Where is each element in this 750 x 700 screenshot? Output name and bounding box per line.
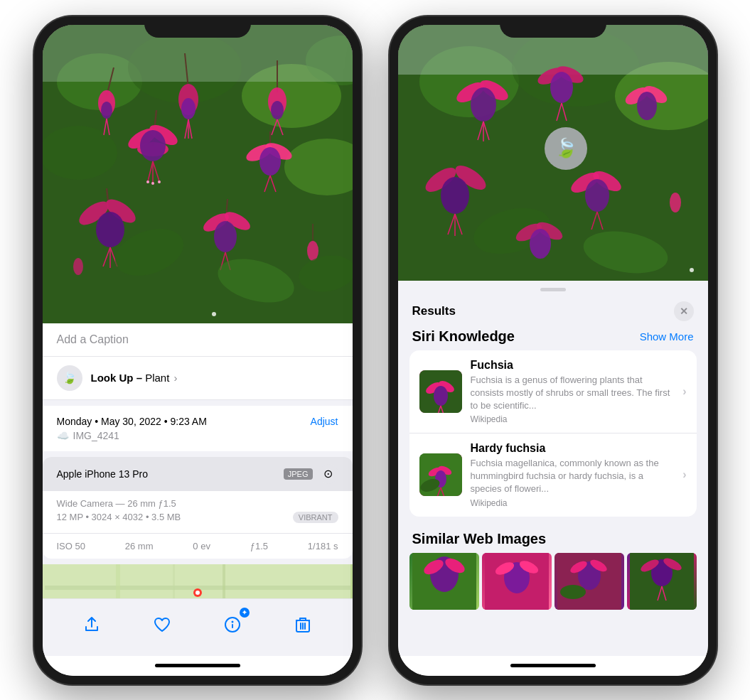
svg-rect-62 (116, 564, 120, 598)
web-image-3[interactable] (555, 553, 624, 610)
delete-button[interactable] (289, 610, 317, 639)
adjust-button[interactable]: Adjust (311, 416, 338, 427)
hardy-description: Fuchsia magellanica, commonly known as t… (471, 457, 675, 496)
svg-point-69 (232, 620, 234, 623)
svg-point-5 (43, 126, 117, 180)
svg-point-21 (271, 101, 284, 119)
date-text: Monday • May 30, 2022 • 9:23 AM (57, 416, 207, 427)
hardy-name: Hardy fuchsia (471, 442, 675, 455)
web-image-4[interactable] (627, 553, 697, 610)
fuchsia-chevron: › (682, 385, 686, 398)
visual-intelligence-button[interactable]: 🍃 (545, 127, 587, 170)
share-button[interactable] (77, 610, 106, 639)
svg-rect-63 (223, 564, 225, 598)
home-bar-1 (155, 664, 240, 667)
caption-section[interactable]: Add a Caption (43, 323, 353, 357)
phone-2-screen: 🍃 Results ✕ Siri Knowledge Show More (398, 25, 708, 676)
siri-knowledge-section: Siri Knowledge Show More (398, 328, 708, 524)
svg-point-32 (146, 181, 149, 183)
info-badge: ✦ (240, 608, 250, 618)
svg-point-51 (214, 221, 237, 252)
photo-2: 🍃 (398, 25, 708, 281)
siri-knowledge-title: Siri Knowledge (412, 328, 515, 345)
device-name: Apple iPhone 13 Pro (57, 468, 148, 480)
svg-point-55 (307, 241, 318, 261)
favorite-button[interactable] (148, 610, 176, 639)
svg-rect-70 (232, 624, 233, 628)
lookup-icon: 🍃 (57, 365, 82, 391)
svg-point-99 (585, 179, 609, 212)
filename: IMG_4241 (73, 430, 119, 441)
svg-point-85 (550, 72, 573, 103)
aperture-info: ƒ1.5 (250, 541, 268, 551)
fuchsia-item[interactable]: Fuchsia Fuchsia is a genus of flowering … (409, 350, 697, 434)
toolbar: ✦ (43, 598, 353, 656)
info-button[interactable]: ✦ (218, 610, 247, 639)
location-badge: ⊙ (318, 464, 338, 484)
fuchsia-source: Wikipedia (471, 414, 675, 424)
jpeg-badge: JPEG (284, 468, 313, 480)
close-results-button[interactable]: ✕ (674, 301, 694, 321)
caption-placeholder: Add a Caption (57, 333, 129, 345)
lookup-row[interactable]: 🍃 Look Up – Plant › (43, 357, 353, 400)
show-more-button[interactable]: Show More (640, 330, 694, 343)
fuchsia-name: Fuchsia (471, 359, 675, 372)
focal-info: 26 mm (125, 541, 154, 551)
svg-point-38 (259, 147, 281, 176)
notch-1 (144, 16, 251, 38)
camera-info: Wide Camera — 26 mm ƒ1.5 (57, 498, 176, 509)
web-image-2[interactable] (482, 553, 552, 610)
notch-2 (500, 16, 606, 38)
hardy-source: Wikipedia (471, 498, 675, 508)
lookup-label: Look Up – Plant › (91, 372, 178, 384)
exif-row: ISO 50 26 mm 0 ev ƒ1.5 1/181 s (43, 534, 353, 559)
phone-1-screen: Add a Caption 🍃 Look Up – Plant › Monday… (43, 25, 353, 676)
svg-point-67 (195, 591, 200, 595)
map-thumbnail[interactable] (43, 564, 353, 598)
results-title: Results (412, 304, 456, 318)
web-image-1[interactable] (409, 553, 479, 610)
vibrant-badge: VIBRANT (293, 512, 338, 523)
cloud-icon: ☁️ (57, 430, 69, 441)
home-bar-2 (510, 664, 596, 667)
svg-point-33 (151, 182, 154, 185)
phone1-info: Add a Caption 🍃 Look Up – Plant › Monday… (43, 323, 353, 598)
svg-point-107 (530, 229, 551, 259)
hardy-fuchsia-item[interactable]: Hardy fuchsia Fuchsia magellanica, commo… (409, 434, 697, 517)
device-details: Wide Camera — 26 mm ƒ1.5 12 MP • 3024 × … (43, 491, 353, 534)
fuchsia-description: Fuchsia is a genus of flowering plants t… (471, 374, 675, 413)
svg-point-15 (181, 98, 195, 119)
fuchsia-text: Fuchsia Fuchsia is a genus of flowering … (471, 359, 675, 425)
hardy-chevron: › (682, 468, 686, 481)
svg-point-102 (670, 193, 681, 212)
svg-point-79 (471, 87, 496, 122)
photo-1 (43, 25, 353, 323)
svg-point-93 (441, 177, 469, 214)
web-images-title: Similar Web Images (412, 531, 547, 547)
svg-point-133 (560, 585, 586, 599)
hardy-text: Hardy fuchsia Fuchsia magellanica, commo… (471, 442, 675, 508)
specs-info: 12 MP • 3024 × 4032 • 3.5 MB (57, 512, 181, 522)
results-sheet: Results ✕ Siri Knowledge Show More (398, 281, 708, 656)
svg-point-28 (140, 130, 166, 161)
phone-2: 🍃 Results ✕ Siri Knowledge Show More (390, 16, 717, 684)
svg-point-34 (158, 181, 161, 183)
device-section: Apple iPhone 13 Pro JPEG ⊙ Wide Camera —… (43, 457, 353, 559)
home-indicator-1 (43, 656, 353, 676)
knowledge-card: Fuchsia Fuchsia is a genus of flowering … (409, 350, 697, 517)
phone-1: Add a Caption 🍃 Look Up – Plant › Monday… (34, 16, 361, 684)
web-images-section: Similar Web Images (398, 524, 708, 610)
svg-point-90 (637, 92, 657, 120)
results-header: Results ✕ (398, 291, 708, 328)
info-section: Monday • May 30, 2022 • 9:23 AM Adjust ☁… (43, 406, 353, 451)
svg-point-111 (434, 386, 448, 406)
fuchsia-thumbnail (419, 370, 462, 413)
shutter-info: 1/181 s (308, 541, 338, 551)
svg-point-10 (101, 102, 112, 119)
photo-dot-indicator-2 (690, 268, 694, 272)
svg-point-56 (73, 258, 83, 275)
ev-info: 0 ev (193, 541, 210, 551)
device-header: Apple iPhone 13 Pro JPEG ⊙ (43, 457, 353, 491)
svg-point-44 (96, 212, 124, 247)
home-indicator-2 (398, 656, 708, 676)
